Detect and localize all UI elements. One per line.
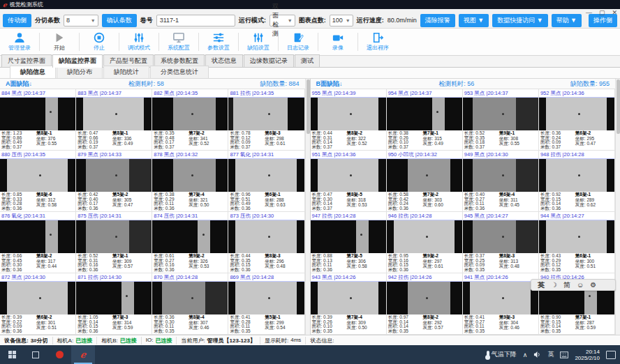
defect-cell-882[interactable]: 882 黑点 |20:14:35长度: 0.35宽度: 0.48面积: 0.17… xyxy=(152,89,228,151)
defect-cell-944[interactable]: 944 黑点 |20:14:27长度: 0.43宽度: 0.29面积: 0.12… xyxy=(539,212,615,273)
defect-cell-874[interactable]: 874 压伤 |20:14:31长度: 0.61宽度: 0.27面积: 0.16… xyxy=(152,212,228,273)
slit-count-select[interactable]: 8▼ xyxy=(64,15,98,26)
action-button-user[interactable]: 管理登录 xyxy=(1,31,38,52)
defect-cell-883[interactable]: 883 黑点 |20:14:37长度: 0.47宽度: 0.66面积: 0.19… xyxy=(76,89,152,151)
defect-cell-879[interactable]: 879 黑点 |20:14:33长度: 0.42宽度: 0.40面积: 0.17… xyxy=(76,151,152,212)
defect-image[interactable] xyxy=(152,98,228,130)
ime-toolbar[interactable]: 英☽简☺⚙ xyxy=(531,279,616,291)
defect-cell-948[interactable]: 948 拉伤 |20:14:28长度: 0.92宽度: 0.15面积: 0.14… xyxy=(539,151,615,212)
tab-main-4[interactable]: 状态信息 xyxy=(205,54,243,67)
defect-cell-955[interactable]: 955 黑点 |20:14:39长度: 0.44宽度: 0.31面积: 0.14… xyxy=(311,89,387,151)
defect-cell-881[interactable]: 881 拉伤 |20:14:35长度: 0.78宽度: 0.12面积: 0.09… xyxy=(228,89,304,151)
defect-image[interactable] xyxy=(152,220,228,253)
tab-main-1[interactable]: 缺陷监控界面 xyxy=(52,54,103,68)
minimize-icon[interactable]: — xyxy=(586,9,592,16)
ime-simplified-toggle[interactable]: 简 xyxy=(563,280,570,290)
weather-widget[interactable]: 气温下降 xyxy=(487,350,517,359)
action-button-exit-door[interactable]: 退出程序 xyxy=(360,31,396,52)
defect-image[interactable] xyxy=(152,159,228,192)
tab-sub-3[interactable]: 分类信息统计 xyxy=(150,66,209,78)
tab-sub-2[interactable]: 缺陷统计 xyxy=(103,66,149,78)
defect-cell-875[interactable]: 875 压伤 |20:14:31长度: 0.52宽度: 0.31面积: 0.16… xyxy=(76,212,152,273)
task-view-button[interactable] xyxy=(24,345,47,364)
action-button-video-camera[interactable]: 录像 xyxy=(320,31,356,52)
defect-image[interactable] xyxy=(463,159,538,192)
action-button-play[interactable]: 开始 xyxy=(41,31,78,52)
data-shortcut-menu-button[interactable]: 数据快捷访问 ▼ xyxy=(492,14,547,27)
defect-image[interactable] xyxy=(0,98,75,130)
defect-cell-946[interactable]: 946 拉伤 |20:14:28长度: 0.95宽度: 0.16面积: 0.15… xyxy=(387,212,463,273)
action-button-stop[interactable]: 停止 xyxy=(81,31,117,52)
defect-cell-950[interactable]: 950 小凹坑 |20:14:32长度: 0.58宽度: 0.42面积: 0.2… xyxy=(387,151,463,212)
maximize-icon[interactable]: ▢ xyxy=(599,9,605,16)
defect-image[interactable] xyxy=(228,159,304,192)
defect-image[interactable] xyxy=(311,98,386,130)
defect-image[interactable] xyxy=(463,98,538,130)
ime-gear-icon[interactable]: ⚙ xyxy=(590,280,596,290)
defect-cell-942[interactable]: 942 拉伤 |20:14:26长度: 0.97宽度: 0.14面积: 0.14… xyxy=(387,273,463,335)
defect-image[interactable] xyxy=(387,159,462,192)
volume-icon[interactable] xyxy=(533,351,541,358)
vertical-scrollbar[interactable] xyxy=(615,79,620,335)
defect-image[interactable] xyxy=(387,220,462,253)
defect-image[interactable] xyxy=(228,98,304,130)
vertical-scrollbar[interactable] xyxy=(305,79,310,335)
defect-image[interactable] xyxy=(0,159,75,192)
action-button-h-sliders[interactable]: 参数设置 xyxy=(200,31,237,52)
defect-image[interactable] xyxy=(311,220,386,253)
defect-image[interactable] xyxy=(539,220,614,253)
close-icon[interactable]: ✕ xyxy=(612,9,617,16)
run-mode-select[interactable]: 双面检测▼ xyxy=(270,15,295,26)
tab-main-5[interactable]: 边缘数据记录 xyxy=(244,54,294,67)
panel-title[interactable]: A面缺陷↓ xyxy=(6,79,32,89)
defect-cell-877[interactable]: 877 氧化 |20:14:31长度: 0.96宽度: 0.51面积: 0.49… xyxy=(228,151,304,212)
language-indicator[interactable]: 英 xyxy=(547,350,554,359)
defect-image[interactable] xyxy=(76,159,152,192)
defect-image[interactable] xyxy=(152,282,228,314)
defect-image[interactable] xyxy=(463,220,538,253)
defect-image[interactable] xyxy=(0,220,75,253)
ime-emoji-icon[interactable]: ☺ xyxy=(577,280,584,290)
defect-image[interactable] xyxy=(0,282,75,314)
ime-moon-icon[interactable]: ☽ xyxy=(551,280,557,290)
defect-cell-870[interactable]: 870 黑点 |20:14:28长度: 0.36宽度: 0.30面积: 0.11… xyxy=(152,273,228,335)
defect-cell-871[interactable]: 871 拉伤 |20:14:30长度: 1.05宽度: 0.14面积: 0.15… xyxy=(76,273,152,335)
drive-side-button[interactable]: 传动侧 xyxy=(3,14,31,27)
action-button-log-book[interactable]: 日志记录 xyxy=(280,31,316,52)
tab-sub-0[interactable]: 缺陷信息 xyxy=(10,66,56,78)
defect-image[interactable] xyxy=(387,282,462,314)
defect-image[interactable] xyxy=(228,220,304,253)
help-menu-button[interactable]: 帮助 ▼ xyxy=(552,14,582,27)
ime-keyboard-icon[interactable] xyxy=(560,351,568,358)
defect-cell-945[interactable]: 945 黑点 |20:14:27长度: 0.37宽度: 0.25面积: 0.09… xyxy=(463,212,539,273)
start-button[interactable] xyxy=(0,345,24,364)
view-menu-button[interactable]: 视图 ▼ xyxy=(459,14,489,27)
defect-image[interactable] xyxy=(311,159,386,192)
confirm-count-button[interactable]: 确认条数 xyxy=(102,14,137,27)
defect-image[interactable] xyxy=(463,282,538,314)
defect-image[interactable] xyxy=(387,98,462,130)
notification-center-icon[interactable] xyxy=(606,351,616,359)
panel-title[interactable]: B面缺陷↓ xyxy=(316,79,343,89)
defect-cell-872[interactable]: 872 黑点 |20:14:30长度: 0.39宽度: 0.22面积: 0.09… xyxy=(0,273,76,335)
defect-cell-941[interactable]: 941 黑点 |20:14:26长度: 0.41宽度: 0.27面积: 0.11… xyxy=(463,273,539,335)
pinned-app-button[interactable] xyxy=(47,345,71,364)
tab-main-6[interactable]: 测试 xyxy=(295,54,320,67)
action-button-monitor[interactable]: 系统配置 xyxy=(161,31,197,52)
defect-image[interactable] xyxy=(311,282,386,314)
defect-cell-947[interactable]: 947 拉伤 |20:14:28长度: 0.88宽度: 0.13面积: 0.11… xyxy=(311,212,387,273)
defect-cell-869[interactable]: 869 黑点 |20:14:28长度: 0.41宽度: 0.28面积: 0.11… xyxy=(228,273,304,335)
defect-image[interactable] xyxy=(76,282,152,314)
ime-lang-toggle[interactable]: 英 xyxy=(538,280,545,290)
defect-cell-878[interactable]: 878 黑点 |20:14:32长度: 0.38宽度: 0.29面积: 0.11… xyxy=(152,151,228,212)
scrollbar-thumb[interactable] xyxy=(617,79,620,134)
defect-image[interactable] xyxy=(76,220,152,253)
roll-number-input[interactable]: 3117-1 xyxy=(156,15,235,26)
defect-cell-951[interactable]: 951 黑点 |20:14:36长度: 0.47宽度: 0.30面积: 0.14… xyxy=(311,151,387,212)
clock[interactable]: 20:14 2025/2/10 xyxy=(575,349,600,361)
active-app-button[interactable]: ℯ xyxy=(71,345,95,364)
action-button-debug-sliders[interactable]: 调试模式 xyxy=(121,31,157,52)
defect-image[interactable] xyxy=(76,98,152,130)
defect-cell-943[interactable]: 943 黑点 |20:14:26长度: 0.39宽度: 0.26面积: 0.10… xyxy=(311,273,387,335)
clear-alarm-button[interactable]: 清除报警 xyxy=(420,14,455,27)
